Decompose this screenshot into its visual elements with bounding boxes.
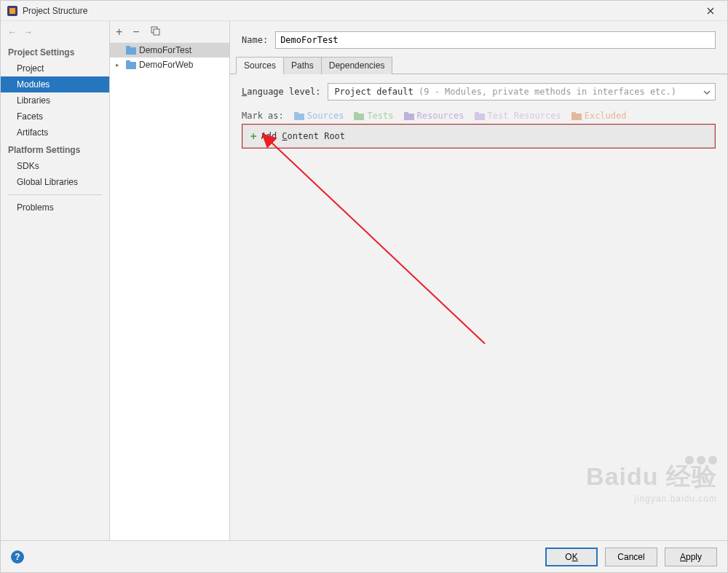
tab-paths[interactable]: Paths [283, 57, 322, 74]
help-icon[interactable]: ? [11, 550, 24, 564]
mark-test-resources[interactable]: Test Resources [475, 111, 561, 121]
expander-icon[interactable]: ▸ [116, 61, 123, 68]
add-content-root-button[interactable]: + Add Content Root Add Content Root [242, 125, 715, 148]
nav-libraries[interactable]: Libraries [1, 92, 109, 108]
mark-sources[interactable]: Sources [294, 111, 344, 121]
language-level-select[interactable]: Project default (9 - Modules, private me… [328, 83, 716, 100]
app-icon [7, 5, 18, 17]
name-label: Name: [242, 35, 268, 45]
language-level-hint: (9 - Modules, private methods in interfa… [419, 87, 676, 97]
chevron-down-icon [703, 87, 711, 97]
module-name-input[interactable] [275, 31, 716, 49]
svg-rect-1 [9, 8, 15, 14]
module-item-demoforweb[interactable]: ▸ DemoForWeb [110, 58, 229, 72]
mark-excluded[interactable]: Excluded [571, 111, 627, 121]
language-level-label: LLanguage level:anguage level: [242, 87, 320, 97]
svg-rect-12 [404, 114, 414, 120]
svg-rect-14 [475, 114, 485, 120]
tab-dependencies[interactable]: Dependencies [321, 57, 393, 74]
language-level-value: Project default [334, 87, 413, 97]
nav-problems[interactable]: Problems [1, 199, 109, 216]
module-label: DemoForTest [139, 45, 191, 55]
nav-back-icon[interactable]: ← [8, 27, 17, 37]
svg-line-18 [270, 141, 485, 344]
nav-modules[interactable]: Modules [1, 76, 109, 92]
nav-divider [8, 194, 102, 195]
nav-artifacts[interactable]: Artifacts [1, 125, 109, 141]
folder-icon [571, 112, 582, 120]
svg-rect-3 [154, 29, 159, 35]
svg-rect-9 [294, 112, 298, 114]
modules-tree-pane: + − DemoForTest ▸ [110, 21, 230, 540]
close-icon[interactable] [700, 1, 721, 20]
titlebar: Project Structure [1, 1, 727, 21]
platform-settings-header: Platform Settings [1, 141, 109, 158]
content-root-section: + Add Content Root Add Content Root [242, 124, 716, 149]
folder-icon [404, 112, 414, 120]
mark-resources[interactable]: Resources [404, 111, 464, 121]
svg-rect-13 [404, 112, 408, 114]
module-content-pane: Name: Sources Paths Dependencies LLangua… [230, 21, 727, 540]
folder-icon [294, 112, 304, 120]
apply-button[interactable]: ApplyApply [665, 548, 717, 566]
dialog-button-bar: ? OKOK Cancel ApplyApply [1, 540, 727, 572]
module-folder-icon [126, 60, 136, 69]
window-title: Project Structure [23, 6, 700, 16]
svg-rect-16 [571, 114, 582, 120]
tab-sources[interactable]: Sources [236, 57, 284, 74]
nav-sdks[interactable]: SDKs [1, 158, 109, 174]
module-item-demofortest[interactable]: DemoForTest [110, 43, 229, 58]
folder-icon [354, 112, 364, 120]
settings-nav-pane: ← → Project Settings Project Modules Lib… [1, 21, 110, 540]
project-settings-header: Project Settings [1, 43, 109, 60]
svg-rect-17 [571, 112, 576, 114]
cancel-button[interactable]: Cancel [605, 548, 657, 566]
svg-rect-5 [126, 46, 130, 49]
svg-rect-7 [126, 60, 130, 63]
svg-rect-8 [294, 114, 304, 120]
nav-global-libraries[interactable]: Global Libraries [1, 174, 109, 190]
ok-button[interactable]: OKOK [545, 548, 598, 566]
module-folder-icon [126, 46, 136, 55]
folder-icon [475, 112, 485, 120]
copy-module-icon[interactable] [150, 25, 160, 38]
module-label: DemoForWeb [139, 60, 193, 70]
nav-facets[interactable]: Facets [1, 108, 109, 125]
svg-rect-11 [354, 112, 358, 114]
add-module-icon[interactable]: + [116, 26, 122, 38]
mark-tests[interactable]: Tests [354, 111, 393, 121]
svg-rect-10 [354, 114, 364, 120]
remove-module-icon[interactable]: − [132, 26, 139, 38]
nav-project[interactable]: Project [1, 60, 109, 76]
plus-icon: + [250, 130, 256, 142]
svg-rect-15 [475, 112, 479, 114]
nav-forward-icon[interactable]: → [24, 27, 33, 37]
mark-as-label: Mark as: [242, 111, 284, 121]
